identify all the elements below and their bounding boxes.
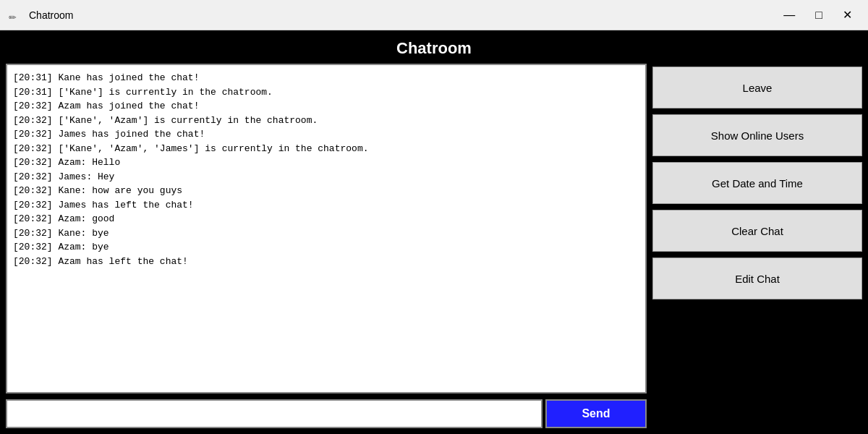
main-area: [20:31] Kane has joined the chat![20:31]… — [0, 64, 868, 434]
chat-input-row: Send — [6, 399, 647, 428]
restore-button[interactable]: □ — [808, 7, 830, 23]
close-button[interactable]: ✕ — [835, 7, 859, 23]
chat-log-line: [20:32] Azam has left the chat! — [13, 255, 639, 269]
window-controls: — □ ✕ — [776, 7, 859, 23]
app-container: Chatroom [20:31] Kane has joined the cha… — [0, 30, 868, 434]
chat-log-line: [20:32] Azam has joined the chat! — [13, 99, 639, 114]
chat-log-line: [20:32] Azam: Hello — [13, 156, 639, 170]
sidebar-btn-get-date-and-time[interactable]: Get Date and Time — [652, 162, 862, 204]
chat-log[interactable]: [20:31] Kane has joined the chat![20:31]… — [6, 64, 647, 393]
window-title: Chatroom — [29, 9, 776, 21]
title-bar: ✏ Chatroom — □ ✕ — [0, 0, 868, 30]
chat-log-line: [20:32] Kane: how are you guys — [13, 184, 639, 198]
chat-log-line: [20:32] Kane: bye — [13, 226, 639, 241]
chat-log-line: [20:31] ['Kane'] is currently in the cha… — [13, 85, 639, 100]
app-icon: ✏ — [9, 8, 23, 22]
send-button[interactable]: Send — [545, 399, 647, 428]
chat-log-line: [20:32] Azam: bye — [13, 240, 639, 255]
sidebar-btn-edit-chat[interactable]: Edit Chat — [652, 258, 862, 299]
sidebar-btn-clear-chat[interactable]: Clear Chat — [652, 210, 862, 252]
sidebar: LeaveShow Online UsersGet Date and TimeC… — [652, 64, 862, 428]
chat-log-line: [20:32] ['Kane', 'Azam', 'James'] is cur… — [13, 142, 639, 156]
chat-area: [20:31] Kane has joined the chat![20:31]… — [6, 64, 647, 428]
sidebar-btn-show-online-users[interactable]: Show Online Users — [652, 114, 862, 156]
chat-log-line: [20:32] James has left the chat! — [13, 198, 639, 213]
minimize-button[interactable]: — — [776, 7, 802, 23]
chat-log-line: [20:32] James: Hey — [13, 170, 639, 184]
chat-log-line: [20:32] Azam: good — [13, 212, 639, 226]
chat-input[interactable] — [6, 399, 542, 428]
app-title: Chatroom — [396, 39, 472, 57]
chat-log-line: [20:32] ['Kane', 'Azam'] is currently in… — [13, 114, 639, 128]
app-header: Chatroom — [0, 30, 868, 64]
sidebar-btn-leave[interactable]: Leave — [652, 67, 862, 109]
chat-log-line: [20:32] James has joined the chat! — [13, 127, 639, 142]
chat-log-line: [20:31] Kane has joined the chat! — [13, 71, 639, 85]
